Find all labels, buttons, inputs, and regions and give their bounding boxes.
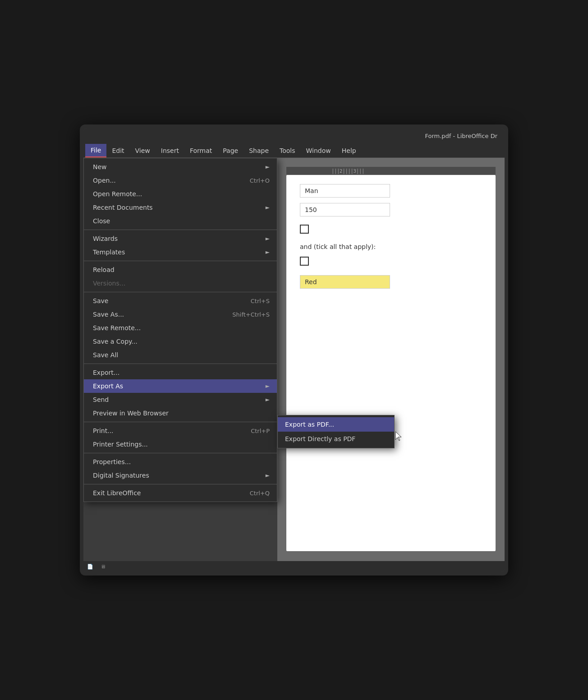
form-group-checkbox1 — [300, 222, 482, 238]
menu-section-1: New ► Open... Ctrl+O Open Remote... Rece… — [84, 158, 277, 230]
submenu-item-export-pdf[interactable]: Export as PDF... — [278, 417, 394, 432]
menu-page[interactable]: Page — [217, 144, 243, 157]
status-page-icon: 📄 — [87, 564, 93, 570]
mouse-cursor — [395, 431, 404, 443]
file-menu-dropdown: New ► Open... Ctrl+O Open Remote... Rece… — [83, 158, 277, 502]
menu-item-exit[interactable]: Exit LibreOffice Ctrl+Q — [84, 486, 277, 500]
menu-section-8: Exit LibreOffice Ctrl+Q — [84, 484, 277, 502]
form-group-1: Man — [300, 184, 482, 198]
menu-item-save[interactable]: Save Ctrl+S — [84, 294, 277, 308]
form-group-2: 150 — [300, 203, 482, 216]
menu-item-versions: Versions... — [84, 276, 277, 290]
window-title: Form.pdf - LibreOffice Dr — [425, 133, 497, 139]
menu-item-export[interactable]: Export... — [84, 366, 277, 379]
menu-section-5: Export... Export As ► Send ► Preview in … — [84, 364, 277, 422]
menu-item-properties[interactable]: Properties... — [84, 455, 277, 469]
status-monitor-icon: 🖥 — [101, 564, 106, 570]
menu-format[interactable]: Format — [184, 144, 217, 157]
menu-section-7: Properties... Digital Signatures ► — [84, 453, 277, 484]
menu-item-save-copy[interactable]: Save a Copy... — [84, 335, 277, 348]
menu-item-close[interactable]: Close — [84, 214, 277, 228]
arrow-icon: ► — [266, 164, 270, 170]
canvas-area: │││2││││3│││ Man 150 and (tick all that … — [277, 158, 505, 561]
menu-item-save-remote[interactable]: Save Remote... — [84, 321, 277, 335]
menu-section-2: Wizards ► Templates ► — [84, 230, 277, 261]
menu-item-open[interactable]: Open... Ctrl+O — [84, 174, 277, 187]
menu-item-recent-documents[interactable]: Recent Documents ► — [84, 201, 277, 214]
menu-item-printer-settings[interactable]: Printer Settings... — [84, 438, 277, 451]
form-label-tick: and (tick all that apply): — [300, 243, 482, 250]
arrow-icon: ► — [266, 383, 270, 389]
form-group-dropdown: Red — [300, 275, 482, 289]
menu-item-reload[interactable]: Reload — [84, 263, 277, 276]
form-checkbox-1[interactable] — [300, 225, 309, 234]
export-as-submenu: Export as PDF... Export Directly as PDF — [277, 415, 395, 448]
window-chrome: Form.pdf - LibreOffice Dr File Edit View… — [83, 128, 505, 572]
menu-shape[interactable]: Shape — [243, 144, 274, 157]
document-page: Man 150 and (tick all that apply): Red — [286, 175, 496, 551]
form-dropdown-color[interactable]: Red — [300, 275, 390, 289]
menu-item-new[interactable]: New ► — [84, 160, 277, 174]
status-bar: 📄 🖥 — [83, 561, 505, 572]
menu-bar: File Edit View Insert Format Page Shape … — [83, 144, 505, 158]
arrow-icon: ► — [266, 249, 270, 255]
application-window: Form.pdf - LibreOffice Dr File Edit View… — [80, 124, 508, 576]
ruler-horizontal: │││2││││3│││ — [286, 167, 496, 175]
menu-item-save-all[interactable]: Save All — [84, 348, 277, 362]
form-group-label: and (tick all that apply): — [300, 243, 482, 270]
menu-help[interactable]: Help — [336, 144, 362, 157]
menu-item-save-as[interactable]: Save As... Shift+Ctrl+S — [84, 308, 277, 321]
menu-item-digital-signatures[interactable]: Digital Signatures ► — [84, 469, 277, 482]
submenu-item-export-pdf-direct[interactable]: Export Directly as PDF — [278, 432, 394, 446]
arrow-icon: ► — [266, 235, 270, 242]
menu-section-3: Reload Versions... — [84, 261, 277, 292]
arrow-icon: ► — [266, 396, 270, 403]
menu-item-wizards[interactable]: Wizards ► — [84, 232, 277, 245]
menu-item-templates[interactable]: Templates ► — [84, 245, 277, 259]
menu-item-print[interactable]: Print... Ctrl+P — [84, 424, 277, 438]
form-checkbox-2[interactable] — [300, 257, 309, 266]
menu-section-6: Print... Ctrl+P Printer Settings... — [84, 422, 277, 453]
menu-tools[interactable]: Tools — [274, 144, 301, 157]
menu-window[interactable]: Window — [301, 144, 336, 157]
menu-item-preview-web[interactable]: Preview in Web Browser — [84, 406, 277, 420]
form-field-man[interactable]: Man — [300, 184, 390, 198]
title-bar: Form.pdf - LibreOffice Dr — [83, 128, 505, 144]
arrow-icon: ► — [266, 204, 270, 211]
menu-item-open-remote[interactable]: Open Remote... — [84, 187, 277, 201]
menu-insert[interactable]: Insert — [156, 144, 184, 157]
menu-view[interactable]: View — [130, 144, 156, 157]
form-field-150[interactable]: 150 — [300, 203, 390, 216]
menu-section-4: Save Ctrl+S Save As... Shift+Ctrl+S Save… — [84, 292, 277, 364]
menu-item-export-as[interactable]: Export As ► — [84, 379, 277, 393]
main-area: New ► Open... Ctrl+O Open Remote... Rece… — [83, 158, 505, 561]
menu-edit[interactable]: Edit — [106, 144, 129, 157]
menu-item-send[interactable]: Send ► — [84, 393, 277, 406]
arrow-icon: ► — [266, 472, 270, 479]
menu-file[interactable]: File — [85, 144, 106, 157]
